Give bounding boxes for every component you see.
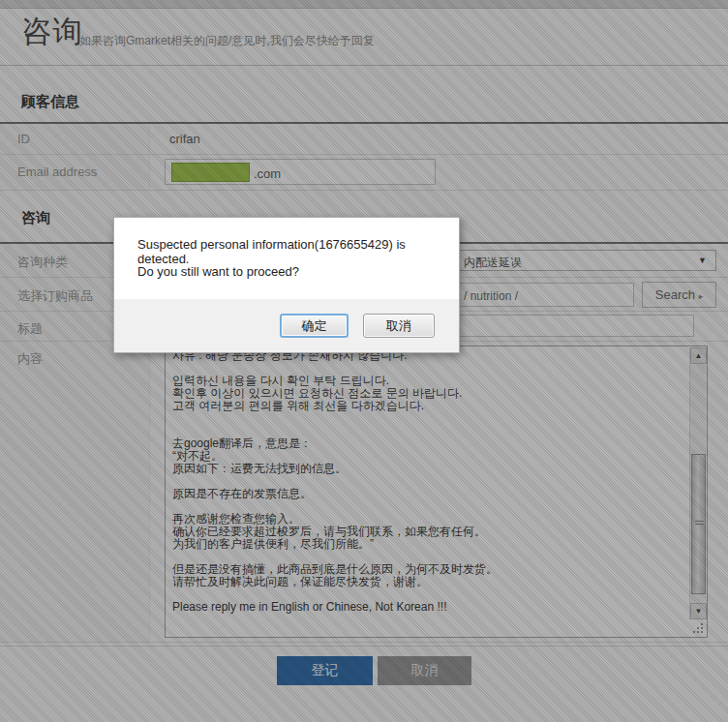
dialog-message-line1: Suspected personal information(167665542… bbox=[137, 237, 459, 266]
dialog-message-line2: Do you still want to proceed? bbox=[137, 264, 299, 279]
confirm-dialog: Suspected personal information(167665542… bbox=[113, 217, 460, 353]
dialog-footer: 确定 取消 bbox=[114, 299, 459, 352]
dialog-cancel-button[interactable]: 取消 bbox=[363, 314, 435, 338]
modal-dim-overlay bbox=[0, 0, 728, 722]
dialog-ok-button[interactable]: 确定 bbox=[280, 314, 349, 338]
